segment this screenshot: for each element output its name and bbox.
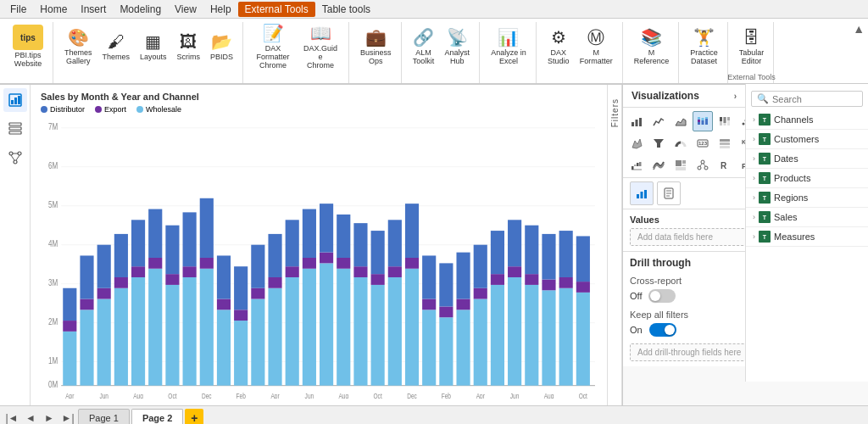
menu-external-tools[interactable]: External Tools xyxy=(238,2,315,17)
viz-icon-multirow-card[interactable] xyxy=(715,133,735,153)
viz-icon-funnel[interactable] xyxy=(648,133,669,153)
analyze-excel-icon: 📊 xyxy=(498,27,519,47)
svg-rect-84 xyxy=(371,274,385,285)
ribbon-group-bizops: 💼 BusinessOps xyxy=(351,22,402,83)
ribbon-btn-m-reference[interactable]: 📚 MReference xyxy=(630,22,674,71)
add-page-button[interactable]: + xyxy=(185,409,203,425)
filters-panel[interactable]: Filters xyxy=(607,85,622,405)
ribbon-btn-m-formatter[interactable]: Ⓜ MFormatter xyxy=(576,22,617,71)
viz-icon-filled-map[interactable] xyxy=(626,133,647,153)
model-view-icon[interactable] xyxy=(3,146,27,170)
sales-table-icon: T xyxy=(759,211,771,223)
ribbon-btn-dax-guide[interactable]: 📖 DAX.GuideChrome xyxy=(298,22,343,71)
viz-icon-treemap[interactable] xyxy=(670,155,691,176)
svg-rect-70 xyxy=(286,220,299,266)
field-group-products-header[interactable]: › T Products xyxy=(746,169,868,187)
nav-prev-arrow[interactable]: ◄ xyxy=(22,410,39,425)
svg-rect-83 xyxy=(371,285,385,386)
bottom-bar: |◄ ◄ ► ►| Page 1 Page 2 + xyxy=(0,405,868,424)
field-group-regions-header[interactable]: › T Regions xyxy=(746,188,868,207)
field-group-dates-header[interactable]: › T Dates xyxy=(746,149,868,168)
field-group-customers-header[interactable]: › T Customers xyxy=(746,130,868,148)
channels-label: Channels xyxy=(774,114,813,125)
viz-icon-100pct[interactable] xyxy=(715,111,735,131)
svg-point-210 xyxy=(704,166,708,170)
menu-view[interactable]: View xyxy=(168,2,203,17)
svg-text:Dec: Dec xyxy=(407,392,417,399)
nav-first-arrow[interactable]: |◄ xyxy=(3,410,20,425)
chart-title: Sales by Month & Year and Channel xyxy=(41,92,597,102)
svg-rect-89 xyxy=(405,269,419,386)
menu-insert[interactable]: Insert xyxy=(74,2,113,17)
alm-icon: 🔗 xyxy=(414,27,434,47)
viz-icon-decomp[interactable] xyxy=(693,155,713,176)
svg-text:2M: 2M xyxy=(48,317,58,326)
viz-icon-area[interactable] xyxy=(670,111,691,131)
menu-modeling[interactable]: Modeling xyxy=(113,2,168,17)
svg-rect-206 xyxy=(682,165,686,166)
svg-rect-29 xyxy=(63,332,76,386)
fields-search-box[interactable]: 🔍 xyxy=(751,91,863,107)
viz-icon-stacked-bar[interactable] xyxy=(693,111,713,131)
svg-rect-40 xyxy=(114,234,128,277)
nav-next-arrow[interactable]: ► xyxy=(41,410,58,425)
svg-rect-112 xyxy=(525,226,538,274)
svg-rect-54 xyxy=(200,258,214,269)
viz-icon-gauge[interactable] xyxy=(670,133,691,153)
svg-rect-73 xyxy=(303,209,316,258)
viz-icon-card[interactable]: 123 xyxy=(693,133,713,153)
svg-rect-86 xyxy=(388,277,402,386)
viz-icon-line[interactable] xyxy=(648,111,669,131)
ribbon-btn-dax-studio[interactable]: ⚙ DAXStudio xyxy=(543,22,574,71)
field-group-sales-header[interactable]: › T Sales xyxy=(746,208,868,226)
ribbon-btn-themes[interactable]: 🖌 Themes xyxy=(98,22,135,71)
ribbon-btn-pbids[interactable]: 📂 PBIDS xyxy=(206,22,237,71)
menu-home[interactable]: Home xyxy=(33,2,74,17)
viz-icon-r-visual[interactable]: R xyxy=(715,155,735,176)
svg-rect-164 xyxy=(705,117,708,119)
viz-icon-ribbon-chart[interactable] xyxy=(648,155,669,176)
svg-rect-117 xyxy=(559,277,573,288)
ribbon-btn-analyst-hub[interactable]: 📡 AnalystHub xyxy=(441,22,475,71)
page-tab-1[interactable]: Page 1 xyxy=(78,409,130,425)
viz-data-tab[interactable] xyxy=(630,181,654,205)
svg-rect-1 xyxy=(11,100,14,104)
data-view-icon[interactable] xyxy=(3,117,27,141)
ribbon-btn-tabular-editor[interactable]: 🗄 TabularEditor xyxy=(735,22,769,71)
viz-format-tab[interactable] xyxy=(657,181,681,205)
viz-icon-waterfall[interactable] xyxy=(626,155,647,176)
ribbon-group-alm: 🔗 ALMToolkit 📡 AnalystHub xyxy=(403,22,481,83)
menu-file[interactable]: File xyxy=(3,2,33,17)
fields-search-input[interactable] xyxy=(772,94,868,104)
svg-rect-47 xyxy=(165,285,179,386)
cross-report-value: Off xyxy=(630,291,642,301)
nav-last-arrow[interactable]: ►| xyxy=(59,410,76,425)
viz-icon-bar[interactable] xyxy=(626,111,647,131)
keep-filters-toggle[interactable] xyxy=(649,323,676,337)
bar-chart-svg: 7M 6M 5M 4M 3M 2M 1M 0M xyxy=(41,117,597,399)
ribbon-btn-alm[interactable]: 🔗 ALMToolkit xyxy=(409,22,439,71)
cross-report-toggle[interactable] xyxy=(648,289,676,303)
svg-line-11 xyxy=(11,155,14,160)
report-view-icon[interactable] xyxy=(3,88,27,112)
field-group-channels-header[interactable]: › T Channels xyxy=(746,110,868,129)
menu-help[interactable]: Help xyxy=(203,2,238,17)
ribbon-collapse-btn[interactable]: ▲ xyxy=(853,22,865,36)
ribbon-btn-business-ops[interactable]: 💼 BusinessOps xyxy=(356,22,396,71)
page-tab-2[interactable]: Page 2 xyxy=(131,409,183,424)
ribbon-btn-scrims[interactable]: 🖼 Scrims xyxy=(173,22,205,71)
menu-table-tools[interactable]: Table tools xyxy=(315,2,377,17)
field-group-measures-header[interactable]: › T Measures xyxy=(746,227,868,246)
visualizations-header[interactable]: Visualizations › xyxy=(623,85,746,107)
svg-rect-156 xyxy=(639,118,642,126)
ribbon-group-excel: 📊 Analyze inExcel xyxy=(481,22,537,83)
ribbon-btn-dax-formatter[interactable]: 📝 DAX FormatterChrome xyxy=(250,22,296,71)
svg-rect-101 xyxy=(474,299,487,386)
ribbon-btn-practice-dataset[interactable]: 🏋 PracticeDataset xyxy=(686,22,722,71)
customers-label: Customers xyxy=(774,134,819,144)
ribbon-btn-themes-gallery[interactable]: 🎨 ThemesGallery xyxy=(60,22,97,71)
ribbon-btn-layouts[interactable]: ▦ Layouts xyxy=(136,22,171,71)
ribbon-btn-analyze-excel[interactable]: 📊 Analyze inExcel xyxy=(487,22,531,71)
sales-chevron: › xyxy=(753,213,755,221)
ribbon-btn-tips[interactable]: tips PBI.tipsWebsite xyxy=(8,22,47,71)
